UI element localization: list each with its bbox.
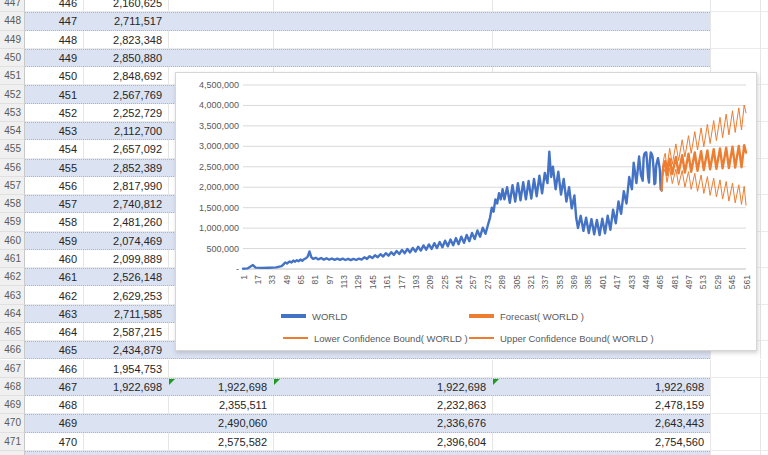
- row-header-465[interactable]: 465: [0, 323, 25, 341]
- cell-B468[interactable]: 1,922,698: [83, 378, 168, 396]
- cell-B456[interactable]: 2,852,389: [83, 159, 168, 177]
- cell-A450[interactable]: 449: [25, 49, 83, 67]
- cell-A465[interactable]: 464: [25, 323, 83, 341]
- cell-A448[interactable]: 447: [25, 12, 83, 30]
- cell-E471[interactable]: 2,754,560: [492, 433, 710, 451]
- cell-B458[interactable]: 2,740,812: [83, 195, 168, 213]
- sheet-row-468: 4671,922,6981,922,6981,922,6981,922,6984…: [0, 378, 768, 396]
- row-header-453[interactable]: 453: [0, 104, 25, 122]
- cell-A454[interactable]: 453: [25, 122, 83, 140]
- sheet-row-469: 4682,355,5112,232,8632,478,159469: [0, 396, 768, 414]
- cell-C469[interactable]: 2,355,511: [168, 396, 273, 414]
- row-header-460[interactable]: 460: [0, 232, 25, 250]
- x-axis-tick-label: 129: [353, 275, 363, 289]
- cell-E468[interactable]: 1,922,698: [492, 378, 710, 396]
- legend-item-0[interactable]: WORLD: [281, 310, 347, 322]
- cell-B448[interactable]: 2,711,517: [83, 12, 168, 30]
- x-axis-tick-label: 113: [339, 275, 349, 289]
- cell-A462[interactable]: 461: [25, 268, 83, 286]
- y-axis-tick-label: 4,000,000: [199, 100, 239, 110]
- row-header-467[interactable]: 467: [0, 360, 25, 378]
- row-header-470[interactable]: 470: [0, 414, 25, 432]
- legend-item-2[interactable]: Lower Confidence Bound( WORLD ): [283, 332, 468, 344]
- cell-B451[interactable]: 2,848,692: [83, 67, 168, 85]
- x-axis-tick-label: 401: [598, 275, 608, 289]
- row-header-466[interactable]: 466: [0, 341, 25, 359]
- x-axis-tick-label: 145: [368, 275, 378, 289]
- cell-A447[interactable]: 446: [25, 0, 83, 12]
- row-header-471[interactable]: 471: [0, 433, 25, 451]
- row-header-461[interactable]: 461: [0, 250, 25, 268]
- column-gridline: [168, 140, 169, 158]
- cell-A466[interactable]: 465: [25, 341, 83, 359]
- cell-A470[interactable]: 469: [25, 414, 83, 432]
- legend-item-1[interactable]: Forecast( WORLD ): [469, 310, 584, 322]
- row-header-448[interactable]: 448: [0, 12, 25, 30]
- row-header-468[interactable]: 468: [0, 378, 25, 396]
- cell-A469[interactable]: 468: [25, 396, 83, 414]
- cell-C471[interactable]: 2,575,582: [168, 433, 273, 451]
- legend-item-3[interactable]: Upper Confidence Bound( WORLD ): [469, 332, 654, 344]
- cell-D471[interactable]: 2,396,604: [273, 433, 492, 451]
- row-header-450[interactable]: 450: [0, 49, 25, 67]
- cell-A459[interactable]: 458: [25, 213, 83, 231]
- cell-B461[interactable]: 2,099,889: [83, 250, 168, 268]
- row-header-447[interactable]: 447: [0, 0, 25, 12]
- row-header-458[interactable]: 458: [0, 195, 25, 213]
- cell-A451[interactable]: 450: [25, 67, 83, 85]
- cell-B450[interactable]: 2,850,880: [83, 49, 168, 67]
- cell-A467[interactable]: 466: [25, 360, 83, 378]
- cell-A449[interactable]: 448: [25, 31, 83, 49]
- cell-B454[interactable]: 2,112,700: [83, 122, 168, 140]
- row-header-472[interactable]: 472: [0, 451, 25, 455]
- cell-B463[interactable]: 2,629,253: [83, 286, 168, 304]
- cell-E470[interactable]: 2,643,443: [492, 414, 710, 432]
- cell-A458[interactable]: 457: [25, 195, 83, 213]
- cell-B460[interactable]: 2,074,469: [83, 232, 168, 250]
- row-header-456[interactable]: 456: [0, 159, 25, 177]
- cell-B455[interactable]: 2,657,092: [83, 140, 168, 158]
- row-header-454[interactable]: 454: [0, 122, 25, 140]
- row-header-459[interactable]: 459: [0, 213, 25, 231]
- cell-A456[interactable]: 455: [25, 159, 83, 177]
- cell-B453[interactable]: 2,252,729: [83, 104, 168, 122]
- cell-B464[interactable]: 2,711,585: [83, 305, 168, 323]
- cell-C468[interactable]: 1,922,698: [168, 378, 273, 396]
- row-header-449[interactable]: 449: [0, 31, 25, 49]
- column-gridline: [710, 12, 711, 30]
- forecast-chart[interactable]: 4,500,0004,000,0003,500,0003,000,0002,50…: [175, 72, 757, 351]
- column-gridline: [760, 396, 761, 414]
- row-header-455[interactable]: 455: [0, 140, 25, 158]
- cell-E469[interactable]: 2,478,159: [492, 396, 710, 414]
- row-header-464[interactable]: 464: [0, 305, 25, 323]
- cell-A460[interactable]: 459: [25, 232, 83, 250]
- cell-A455[interactable]: 454: [25, 140, 83, 158]
- cell-A461[interactable]: 460: [25, 250, 83, 268]
- cell-A464[interactable]: 463: [25, 305, 83, 323]
- row-header-451[interactable]: 451: [0, 67, 25, 85]
- cell-B459[interactable]: 2,481,260: [83, 213, 168, 231]
- cell-B465[interactable]: 2,587,215: [83, 323, 168, 341]
- cell-A452[interactable]: 451: [25, 85, 83, 103]
- cell-B466[interactable]: 2,434,879: [83, 341, 168, 359]
- row-header-462[interactable]: 462: [0, 268, 25, 286]
- cell-B447[interactable]: 2,160,625: [83, 0, 168, 12]
- cell-B449[interactable]: 2,823,348: [83, 31, 168, 49]
- row-header-457[interactable]: 457: [0, 177, 25, 195]
- cell-B457[interactable]: 2,817,990: [83, 177, 168, 195]
- cell-D470[interactable]: 2,336,676: [273, 414, 492, 432]
- cell-C470[interactable]: 2,490,060: [168, 414, 273, 432]
- cell-B452[interactable]: 2,567,769: [83, 85, 168, 103]
- cell-A453[interactable]: 452: [25, 104, 83, 122]
- row-header-463[interactable]: 463: [0, 286, 25, 304]
- row-header-452[interactable]: 452: [0, 85, 25, 103]
- cell-A471[interactable]: 470: [25, 433, 83, 451]
- cell-A463[interactable]: 462: [25, 286, 83, 304]
- cell-B462[interactable]: 2,526,148: [83, 268, 168, 286]
- row-header-469[interactable]: 469: [0, 396, 25, 414]
- cell-A457[interactable]: 456: [25, 177, 83, 195]
- cell-D469[interactable]: 2,232,863: [273, 396, 492, 414]
- cell-D468[interactable]: 1,922,698: [273, 378, 492, 396]
- cell-B467[interactable]: 1,954,753: [83, 360, 168, 378]
- cell-A468[interactable]: 467: [25, 378, 83, 396]
